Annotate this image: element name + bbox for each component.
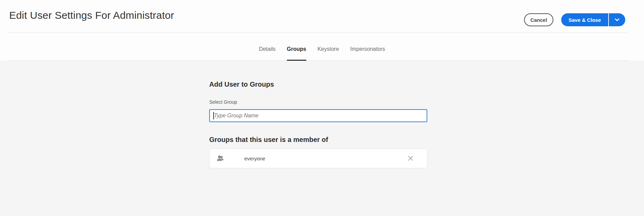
cancel-button[interactable]: Cancel [524, 13, 553, 26]
group-name-input[interactable] [209, 109, 427, 122]
remove-group-button[interactable] [406, 154, 415, 163]
tab-impersonators[interactable]: Impersonators [350, 33, 385, 61]
select-group-label: Select Group [209, 99, 237, 105]
member-groups-heading: Groups that this user is a member of [209, 136, 328, 144]
header-region: Edit User Settings For Administrator Can… [0, 0, 644, 61]
save-close-button[interactable]: Save & Close [561, 13, 608, 26]
save-close-dropdown-button[interactable] [609, 13, 625, 26]
edit-user-settings-page: Edit User Settings For Administrator Can… [0, 0, 644, 216]
group-search-field [209, 109, 427, 122]
tabbar-separator [7, 60, 628, 61]
add-user-to-groups-heading: Add User to Groups [209, 81, 274, 88]
chevron-down-icon [615, 18, 619, 21]
page-title: Edit User Settings For Administrator [9, 10, 174, 21]
tab-keystore[interactable]: Keystore [318, 33, 339, 61]
user-group-icon [216, 154, 225, 163]
tab-bar: Details Groups Keystore Impersonators [0, 33, 644, 61]
tab-details[interactable]: Details [259, 33, 276, 61]
close-icon [408, 156, 413, 161]
save-close-split-button: Save & Close [561, 13, 625, 26]
group-name-label: everyone [244, 156, 265, 161]
group-list-item: everyone [209, 148, 427, 168]
tab-groups[interactable]: Groups [287, 33, 306, 61]
